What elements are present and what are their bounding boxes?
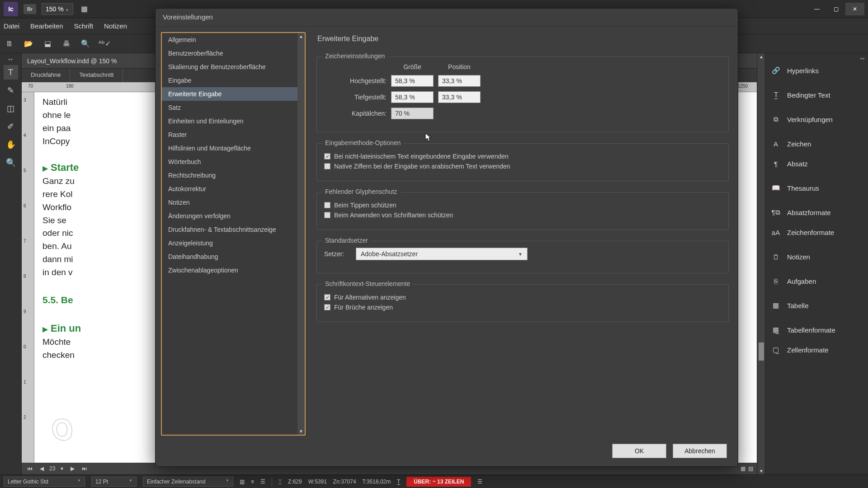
para-styles-icon: ¶⧉ [771, 207, 781, 217]
category-item[interactable]: Skalierung der Benutzeroberfläche [162, 60, 297, 74]
menu-datei[interactable]: Datei [4, 22, 19, 30]
print-icon[interactable]: 🖶 [61, 38, 72, 50]
input-tiefgestellt-position[interactable]: 33,3 % [438, 91, 481, 103]
view-tab-druckfahne[interactable]: Druckfahne [22, 69, 70, 82]
page-dropdown[interactable]: ▾ [59, 465, 65, 472]
panel-zellenformate[interactable]: ▢̲Zellenformate [765, 340, 868, 360]
category-item[interactable]: Einheiten und Einteilungen [162, 114, 297, 128]
note-tool-icon[interactable]: ✎ [4, 83, 18, 98]
grid-view-icon[interactable]: ▦ [741, 465, 745, 472]
window-maximize-button[interactable]: ▢ [826, 3, 845, 15]
app-logo-icon: Ic [4, 2, 18, 16]
first-page-button[interactable]: ⏮ [25, 465, 34, 472]
panel-aufgaben[interactable]: ⎘Aufgaben [765, 271, 868, 291]
hyperlinks-icon: 🔗 [771, 66, 781, 75]
category-item[interactable]: Notizen [162, 196, 297, 209]
preferences-dialog: Voreinstellungen AllgemeinBenutzeroberfl… [155, 8, 738, 467]
status-t: T:3518,02m [363, 479, 391, 485]
category-item[interactable]: Rechtschreibung [162, 169, 297, 182]
input-hochgestellt-groesse[interactable]: 58,3 % [391, 75, 434, 87]
panel-bedingter-text[interactable]: T̲Bedingter Text [765, 85, 868, 105]
panel-zeichen[interactable]: AZeichen [765, 134, 868, 154]
panel-thesaurus[interactable]: 📖Thesaurus [765, 178, 868, 198]
save-icon[interactable]: ⬓ [42, 38, 53, 50]
input-hochgestellt-position[interactable]: 33,3 % [438, 75, 481, 87]
panel-absatzformate[interactable]: ¶⧉Absatzformate [765, 202, 868, 222]
zoom-tool-icon[interactable]: 🔍 [4, 155, 18, 170]
panel-absatz[interactable]: ¶Absatz [765, 154, 868, 174]
next-page-button[interactable]: ▶ [69, 465, 76, 472]
checkbox-native-digits[interactable]: Native Ziffern bei der Eingabe von arabi… [324, 163, 721, 170]
view-tab-textabschnitt[interactable]: Textabschnitt [70, 69, 123, 82]
list-view-icon[interactable]: ▤ [748, 465, 753, 472]
status-menu-icon[interactable]: ☰ [477, 479, 482, 485]
category-item[interactable]: Erweiterte Eingabe [162, 87, 297, 101]
links-icon: ⧉ [771, 114, 781, 124]
bridge-icon[interactable]: Br [24, 4, 36, 14]
ok-button[interactable]: OK [612, 444, 666, 458]
font-size-select[interactable]: 12 Pt ▼ [91, 477, 137, 487]
open-icon[interactable]: 📂 [23, 38, 34, 50]
new-icon[interactable]: 🗎 [4, 38, 15, 50]
tool-strip: ▸▸ T ✎ ◫ ✐ ✋ 🔍 [0, 53, 22, 474]
panel-notizen[interactable]: 🗒Notizen [765, 247, 868, 267]
view-mode-icon[interactable]: ▦ [79, 3, 90, 15]
font-select[interactable]: Letter Gothic Std ▼ [4, 477, 85, 487]
zoom-select[interactable]: 150 % ▼ [42, 3, 73, 15]
composer-select[interactable]: Adobe-Absatzsetzer▼ [356, 248, 528, 260]
menu-bearbeiten[interactable]: Bearbeiten [30, 22, 63, 30]
cell-styles-icon: ▢̲ [771, 345, 781, 355]
category-item[interactable]: Zwischenablageoptionen [162, 263, 297, 277]
eyedropper-tool-icon[interactable]: ✐ [4, 119, 18, 134]
overset-warning[interactable]: ÜBER: ~ 13 ZEILEN [406, 477, 471, 487]
label-tiefgestellt: Tiefgestellt: [324, 94, 387, 101]
category-item[interactable]: Dateihandhabung [162, 250, 297, 263]
category-item[interactable]: Druckfahnen- & Textabschnittsanzeige [162, 223, 297, 236]
menu-icon[interactable]: ☰ [260, 479, 265, 485]
last-page-button[interactable]: ⏭ [80, 465, 89, 472]
checkbox-inline-input[interactable]: ✓Bei nicht-lateinischem Text eingebunden… [324, 153, 721, 160]
checkbox-protect-fonts[interactable]: Beim Anwenden von Schriftarten schützen [324, 211, 721, 219]
panel-tabellenformate[interactable]: ▦̲Tabellenformate [765, 320, 868, 340]
category-item[interactable]: Satz [162, 101, 297, 114]
group-zeicheneinstellungen: Zeicheneinstellungen GrößePosition Hochg… [316, 56, 729, 132]
window-close-button[interactable]: ✕ [845, 3, 864, 15]
hand-tool-icon[interactable]: ✋ [4, 137, 18, 152]
category-item[interactable]: Hilfslinien und Montagefläche [162, 141, 297, 155]
type-tool-icon[interactable]: T [4, 65, 18, 80]
input-tiefgestellt-groesse[interactable]: 58,3 % [391, 91, 434, 103]
columns-icon[interactable]: ▥ [240, 479, 245, 485]
category-item[interactable]: Anzeigeleistung [162, 236, 297, 250]
spellcheck-icon[interactable]: ᴬᵇ✓ [99, 38, 110, 50]
checkbox-protect-typing[interactable]: Beim Tippen schützen [324, 202, 721, 209]
panel-hyperlinks[interactable]: 🔗Hyperlinks [765, 61, 868, 80]
cancel-button[interactable]: Abbrechen [673, 444, 727, 458]
category-scrollbar[interactable]: ▲ ▼ [297, 33, 305, 435]
window-minimize-button[interactable]: — [807, 3, 826, 15]
panel-tabelle[interactable]: ▦Tabelle [765, 296, 868, 315]
category-item[interactable]: Wörterbuch [162, 155, 297, 169]
checkbox-fractions[interactable]: ✓Für Brüche anzeigen [324, 304, 721, 311]
doc-scrollbar[interactable]: ▲ ▼ [757, 53, 765, 474]
position-tool-icon[interactable]: ◫ [4, 101, 18, 116]
input-kapitaelchen[interactable]: 70 % [391, 108, 434, 119]
category-item[interactable]: Raster [162, 128, 297, 141]
category-item[interactable]: Benutzeroberfläche [162, 47, 297, 60]
ruler-vertical: 3 4 5 6 7 8 9 0 1 2 [22, 92, 34, 463]
align-icon[interactable]: ≡ [251, 479, 254, 485]
category-item[interactable]: Änderungen verfolgen [162, 209, 297, 223]
category-item[interactable]: Autokorrektur [162, 182, 297, 196]
menu-notizen[interactable]: Notizen [104, 22, 127, 30]
menu-schrift[interactable]: Schrift [74, 22, 94, 30]
category-item[interactable]: Allgemein [162, 33, 297, 47]
panel-verknuepfungen[interactable]: ⧉Verknüpfungen [765, 109, 868, 129]
leading-select[interactable]: Einfacher Zeilenabstand ▼ [143, 477, 233, 487]
paragraph-icon: ¶ [771, 159, 781, 169]
assignments-icon: ⎘ [771, 276, 781, 286]
category-item[interactable]: Eingabe [162, 74, 297, 87]
find-icon[interactable]: 🔍 [80, 38, 91, 50]
panel-zeichenformate[interactable]: aAZeichenformate [765, 222, 868, 242]
prev-page-button[interactable]: ◀ [38, 465, 46, 472]
checkbox-alternates[interactable]: ✓Für Alternativen anzeigen [324, 294, 721, 301]
status-zn: Zn:37074 [333, 479, 356, 485]
